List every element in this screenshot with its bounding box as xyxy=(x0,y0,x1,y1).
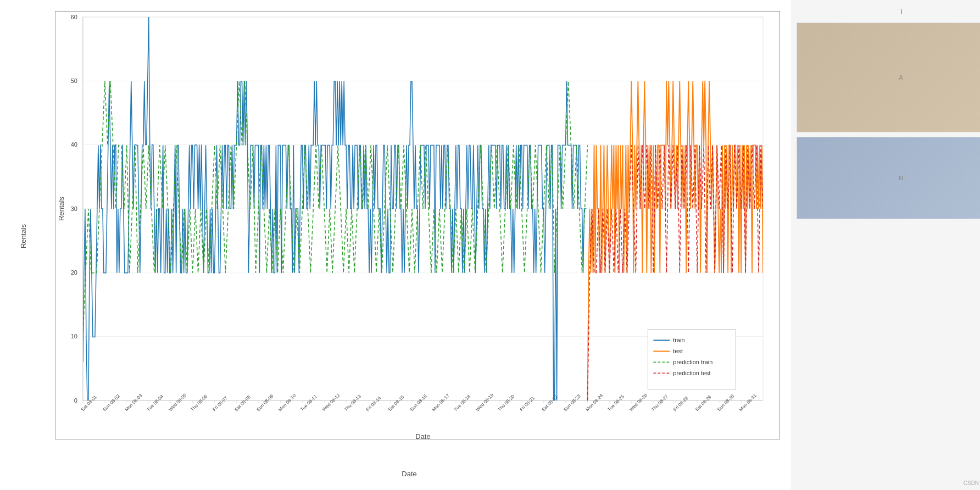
svg-text:prediction train: prediction train xyxy=(673,359,712,365)
svg-text:50: 50 xyxy=(71,77,77,84)
y-axis-label: Rentals xyxy=(19,224,27,248)
svg-text:10: 10 xyxy=(71,333,77,339)
svg-text:20: 20 xyxy=(71,269,77,276)
svg-text:0: 0 xyxy=(74,397,77,404)
sidebar-image-1: A xyxy=(797,23,980,132)
svg-text:prediction test: prediction test xyxy=(673,370,710,376)
sidebar: Ⅰ A N CSDN @小v小方 ↑ xyxy=(791,0,980,490)
main-content: Rentals xyxy=(0,0,791,490)
svg-text:Date: Date xyxy=(415,432,430,439)
chart-svg: 0 10 20 30 40 50 60 Sat 08-01 Sun 08-02 … xyxy=(55,12,779,439)
svg-text:40: 40 xyxy=(71,141,77,148)
svg-text:30: 30 xyxy=(71,205,77,212)
svg-text:test: test xyxy=(673,348,683,354)
chart-container: 0 10 20 30 40 50 60 Sat 08-01 Sun 08-02 … xyxy=(55,11,780,439)
x-axis-label: Date xyxy=(402,470,416,478)
svg-text:60: 60 xyxy=(71,14,77,20)
svg-text:Rentals: Rentals xyxy=(57,197,65,221)
sidebar-top-text: Ⅰ xyxy=(898,5,905,18)
svg-text:train: train xyxy=(673,337,684,343)
watermark: CSDN @小v小方 xyxy=(964,480,980,487)
sidebar-image-2: N xyxy=(797,137,980,219)
